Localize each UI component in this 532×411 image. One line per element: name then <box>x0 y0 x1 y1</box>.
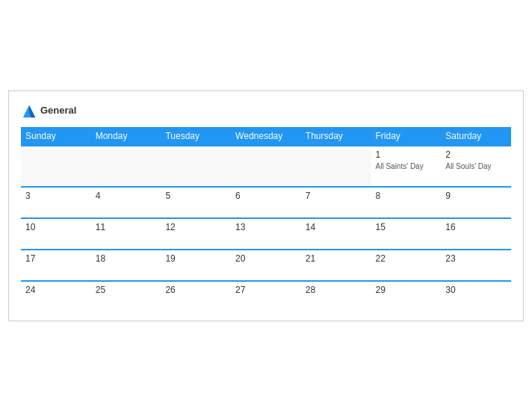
day-number: 15 <box>376 222 437 232</box>
calendar-cell: 30 <box>441 281 511 312</box>
logo-icon <box>21 103 37 120</box>
calendar-cell: 8 <box>371 187 442 218</box>
day-number: 26 <box>165 285 226 295</box>
day-number: 20 <box>235 253 297 264</box>
calendar-cell: 1All Saints' Day <box>371 146 442 187</box>
day-number: 8 <box>376 191 437 201</box>
day-number: 29 <box>376 285 437 295</box>
calendar-cell: 27 <box>231 281 301 312</box>
day-header-saturday: Saturday <box>441 127 511 146</box>
day-number: 30 <box>445 285 507 295</box>
day-number: 22 <box>376 253 437 264</box>
calendar-thead: SundayMondayTuesdayWednesdayThursdayFrid… <box>21 127 511 146</box>
calendar-cell <box>301 146 371 187</box>
calendar-cell: 9 <box>441 187 511 218</box>
day-header-tuesday: Tuesday <box>161 127 231 146</box>
calendar-cell: 16 <box>441 218 511 250</box>
day-header-friday: Friday <box>371 127 442 146</box>
calendar-cell: 23 <box>441 250 511 281</box>
calendar-cell: 20 <box>231 250 301 281</box>
calendar-cell: 4 <box>91 187 161 218</box>
calendar-table: SundayMondayTuesdayWednesdayThursdayFrid… <box>21 127 511 312</box>
calendar-cell <box>231 146 301 187</box>
day-number: 27 <box>235 285 297 295</box>
day-number: 24 <box>25 285 87 295</box>
logo-text: General <box>40 105 76 116</box>
calendar-cell: 22 <box>371 250 442 281</box>
week-row-1: 3456789 <box>21 187 511 218</box>
calendar-cell: 19 <box>161 250 231 281</box>
calendar-cell: 21 <box>301 250 371 281</box>
calendar-cell <box>161 146 231 187</box>
day-number: 18 <box>96 253 157 264</box>
calendar-cell: 5 <box>161 187 231 218</box>
calendar-cell <box>21 146 91 187</box>
week-row-4: 24252627282930 <box>21 281 511 312</box>
calendar-cell: 6 <box>231 187 301 218</box>
calendar-cell: 3 <box>21 187 91 218</box>
week-row-0: 1All Saints' Day2All Souls' Day <box>21 146 511 187</box>
calendar-cell: 26 <box>161 281 231 312</box>
day-number: 23 <box>445 253 507 264</box>
day-header-sunday: Sunday <box>21 127 91 146</box>
day-number: 28 <box>306 285 367 295</box>
day-number: 4 <box>96 191 157 201</box>
calendar-cell: 25 <box>91 281 161 312</box>
holiday-label: All Souls' Day <box>445 161 507 171</box>
day-number: 10 <box>25 222 87 232</box>
day-number: 12 <box>165 222 226 232</box>
week-row-2: 10111213141516 <box>21 218 511 250</box>
holiday-label: All Saints' Day <box>376 161 437 171</box>
calendar-cell: 2All Souls' Day <box>441 146 511 187</box>
day-number: 19 <box>165 253 226 264</box>
day-number: 11 <box>96 222 157 232</box>
day-number: 9 <box>445 191 507 201</box>
day-header-wednesday: Wednesday <box>231 127 301 146</box>
calendar-container: General SundayMondayTuesdayWednesdayThur… <box>8 90 524 321</box>
week-row-3: 17181920212223 <box>21 250 511 281</box>
day-number: 17 <box>25 253 87 264</box>
calendar-cell: 29 <box>371 281 442 312</box>
calendar-cell: 14 <box>301 218 371 250</box>
calendar-cell: 7 <box>301 187 371 218</box>
calendar-cell: 12 <box>161 218 231 250</box>
calendar-tbody: 1All Saints' Day2All Souls' Day345678910… <box>21 146 511 312</box>
calendar-header: General <box>21 103 511 120</box>
calendar-cell: 18 <box>91 250 161 281</box>
day-number: 13 <box>235 222 297 232</box>
calendar-cell: 28 <box>301 281 371 312</box>
calendar-cell: 15 <box>371 218 442 250</box>
logo: General <box>21 103 76 120</box>
day-number: 14 <box>306 222 367 232</box>
calendar-cell: 13 <box>231 218 301 250</box>
calendar-cell <box>91 146 161 187</box>
day-number: 21 <box>306 253 367 264</box>
calendar-cell: 17 <box>21 250 91 281</box>
day-number: 7 <box>306 191 367 201</box>
day-number: 25 <box>96 285 157 295</box>
day-header-thursday: Thursday <box>301 127 371 146</box>
calendar-cell: 11 <box>91 218 161 250</box>
day-number: 2 <box>445 149 507 160</box>
calendar-cell: 10 <box>21 218 91 250</box>
day-number: 16 <box>445 222 507 232</box>
day-number: 6 <box>235 191 297 201</box>
days-of-week-row: SundayMondayTuesdayWednesdayThursdayFrid… <box>21 127 511 146</box>
day-number: 1 <box>376 149 437 160</box>
day-header-monday: Monday <box>91 127 161 146</box>
calendar-cell: 24 <box>21 281 91 312</box>
day-number: 5 <box>165 191 226 201</box>
day-number: 3 <box>25 191 87 201</box>
